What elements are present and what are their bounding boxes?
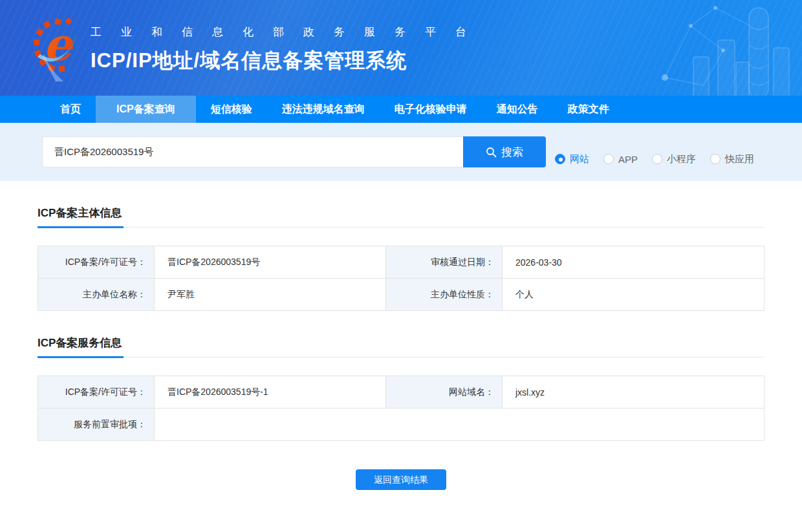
search-section: 搜索 网站 APP 小程序 快应用 [0, 123, 802, 181]
radio-quickapp-label: 快应用 [725, 153, 754, 165]
nav-item-illegal-domain-query[interactable]: 违法违规域名查询 [267, 96, 380, 123]
field-value: 晋ICP备2026003519号-1 [155, 376, 386, 409]
field-value: 个人 [503, 279, 764, 311]
main-navigation: 首页 ICP备案查询 短信核验 违法违规域名查询 电子化核验申请 通知公告 政策… [0, 96, 802, 123]
search-button-label: 搜索 [501, 145, 523, 160]
service-info-table: ICP备案/许可证号： 晋ICP备2026003519号-1 网站域名： jxs… [38, 376, 764, 441]
subject-section-title: ICP备案主体信息 [38, 206, 124, 228]
city-wireframe-decoration [653, 0, 802, 96]
search-button[interactable]: 搜索 [463, 136, 546, 167]
service-section-header: ICP备案服务信息 [38, 335, 764, 357]
radio-website-circle[interactable] [555, 154, 565, 164]
field-label: 主办单位名称： [38, 279, 155, 311]
nav-item-sms-verify[interactable]: 短信核验 [196, 96, 267, 123]
radio-miniprogram-label: 小程序 [667, 153, 696, 165]
field-value: 2026-03-30 [503, 246, 764, 279]
radio-miniprogram-circle[interactable] [652, 154, 662, 164]
field-label: 网站域名： [386, 376, 503, 409]
nav-item-e-verification[interactable]: 电子化核验申请 [380, 96, 482, 123]
page-header: e 工业和信息化部政务服务平台 ICP/IP地址/域名信息备案管理系统 [0, 0, 802, 96]
field-value: 尹军胜 [155, 279, 386, 311]
radio-website-label: 网站 [570, 153, 589, 165]
nav-item-icp-query[interactable]: ICP备案查询 [96, 96, 196, 123]
service-section-title: ICP备案服务信息 [38, 335, 124, 358]
platform-title: 工业和信息化部政务服务平台 [91, 25, 486, 39]
radio-app[interactable]: APP [603, 154, 638, 165]
field-label: 主办单位性质： [386, 279, 503, 311]
radio-quickapp-circle[interactable] [710, 154, 721, 164]
table-row: 服务前置审批项： [38, 409, 764, 441]
field-label: 服务前置审批项： [38, 409, 155, 441]
field-label: ICP备案/许可证号： [38, 246, 155, 279]
table-row: ICP备案/许可证号： 晋ICP备2026003519号 审核通过日期： 202… [38, 246, 764, 279]
system-title: ICP/IP地址/域名信息备案管理系统 [91, 47, 486, 74]
back-to-results-button[interactable]: 返回查询结果 [356, 469, 446, 490]
nav-item-notices[interactable]: 通知公告 [482, 96, 553, 123]
magnifier-icon [486, 147, 497, 158]
radio-app-circle[interactable] [603, 154, 614, 164]
field-value: jxsl.xyz [503, 376, 764, 409]
field-value [155, 409, 764, 441]
table-row: 主办单位名称： 尹军胜 主办单位性质： 个人 [38, 279, 764, 311]
field-label: ICP备案/许可证号： [38, 376, 155, 409]
search-type-radio-group: 网站 APP 小程序 快应用 [555, 136, 764, 167]
nav-item-policy-files[interactable]: 政策文件 [553, 96, 624, 123]
search-input[interactable] [42, 136, 463, 167]
radio-app-label: APP [618, 154, 638, 165]
table-row: ICP备案/许可证号： 晋ICP备2026003519号-1 网站域名： jxs… [38, 376, 764, 409]
nav-item-home[interactable]: 首页 [45, 96, 96, 123]
field-label: 审核通过日期： [386, 246, 503, 279]
subject-section-header: ICP备案主体信息 [38, 206, 764, 228]
miit-gear-e-logo-icon: e [34, 17, 84, 81]
radio-website[interactable]: 网站 [555, 153, 589, 165]
field-value: 晋ICP备2026003519号 [155, 246, 386, 279]
subject-info-table: ICP备案/许可证号： 晋ICP备2026003519号 审核通过日期： 202… [38, 246, 764, 311]
radio-miniprogram[interactable]: 小程序 [652, 153, 696, 165]
radio-quickapp[interactable]: 快应用 [710, 153, 754, 165]
